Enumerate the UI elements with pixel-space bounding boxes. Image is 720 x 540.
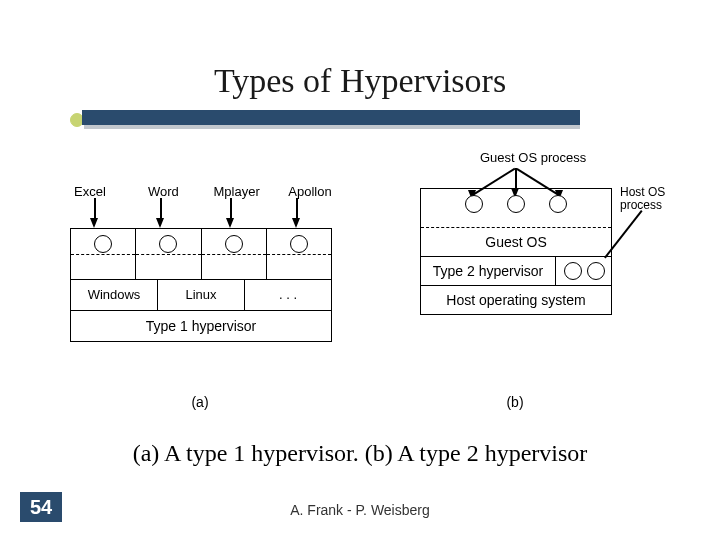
app-label: Word [133, 184, 193, 199]
app-label: Mplayer [207, 184, 267, 199]
figure-caption: (a) A type 1 hypervisor. (b) A type 2 hy… [0, 440, 720, 467]
process-icon [159, 235, 177, 253]
stack-b: Guest OS Type 2 hypervisor Host operatin… [420, 188, 612, 315]
figure-b-label: (b) [420, 394, 610, 410]
os-cell: Linux [158, 280, 245, 310]
arrowhead-icon [226, 218, 234, 228]
guest-os-row: Guest OS [421, 228, 611, 257]
page-title: Types of Hypervisors [0, 62, 720, 100]
figure-a-label: (a) [60, 394, 340, 410]
host-process-cell [556, 257, 611, 285]
process-row [71, 229, 331, 280]
process-icon [290, 235, 308, 253]
arrow-icon [94, 198, 96, 220]
process-icon [587, 262, 605, 280]
arrowhead-icon [156, 218, 164, 228]
hypervisor-row: Type 1 hypervisor [71, 311, 331, 341]
app-label: Excel [60, 184, 120, 199]
arrow-icon [230, 198, 232, 220]
rule-shadow [84, 125, 580, 129]
figure-area: Excel Word Mplayer Apollon Windows [60, 150, 670, 420]
process-icon [465, 195, 483, 213]
os-row: Windows Linux . . . [71, 280, 331, 311]
guest-process-label: Guest OS process [480, 150, 586, 165]
rule-bar [82, 110, 580, 125]
arrowhead-icon [90, 218, 98, 228]
host-process-label: Host OS process [620, 186, 680, 212]
figure-a: Excel Word Mplayer Apollon Windows [60, 150, 360, 410]
type2-label: Type 2 hypervisor [421, 257, 556, 285]
stack-a: Windows Linux . . . Type 1 hypervisor [70, 228, 332, 342]
process-icon [549, 195, 567, 213]
process-icon [507, 195, 525, 213]
type2-row: Type 2 hypervisor [421, 257, 611, 286]
arrowhead-icon [292, 218, 300, 228]
os-cell: Windows [71, 280, 158, 310]
guest-process-row [421, 189, 611, 228]
process-icon [564, 262, 582, 280]
title-rule [70, 110, 580, 128]
os-cell: . . . [245, 280, 331, 310]
app-label: Apollon [280, 184, 340, 199]
arrow-icon [296, 198, 298, 220]
process-icon [94, 235, 112, 253]
arrow-icon [515, 168, 517, 190]
figure-b: Guest OS process Host OS process Guest O… [420, 150, 670, 410]
app-labels: Excel Word Mplayer Apollon [60, 184, 340, 199]
arrow-icon [160, 198, 162, 220]
footer-attribution: A. Frank - P. Weisberg [0, 502, 720, 518]
process-icon [225, 235, 243, 253]
host-os-row: Host operating system [421, 286, 611, 314]
